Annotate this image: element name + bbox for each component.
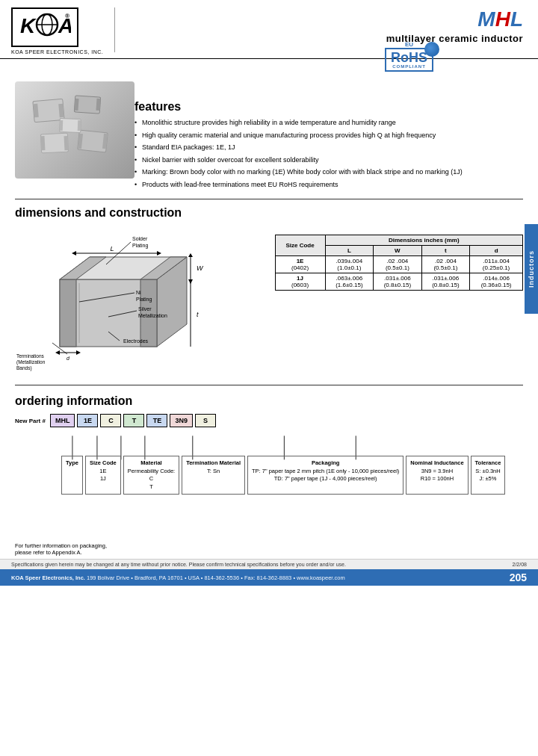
pn-box-material: C <box>100 414 121 427</box>
ordering-title: ordering information <box>15 394 523 408</box>
desc-inductance: Nominal Inductance3N9 = 3.9nHR10 = 100nH <box>406 456 468 495</box>
dimensions-table: Size Code Dimensions inches (mm) L W t d… <box>275 235 524 291</box>
diagram-area: L W t d Solder <box>15 227 264 378</box>
page-footer: KOA Speer Electronics, Inc. 199 Bolivar … <box>0 569 538 586</box>
mhl-logo: M H L <box>477 7 523 31</box>
svg-marker-33 <box>157 251 161 255</box>
features-section: features Monolithic structure provides h… <box>134 63 523 192</box>
logo-box: K A ® <box>11 7 78 47</box>
pn-box-tolerance: S <box>195 414 216 427</box>
svg-marker-32 <box>72 251 76 255</box>
footer-note: For further information on packaging,ple… <box>0 536 538 559</box>
svg-text:Silver: Silver <box>138 306 152 312</box>
descriptors-row: Type Size Code1E1J MaterialPermeability … <box>61 456 505 495</box>
dimensions-section: dimensions and construction <box>0 202 538 382</box>
table-row: 1J(0603) .063±.006(1.6±0.15) .031±.006(0… <box>275 273 523 291</box>
table-header-dims: Dimensions inches (mm) <box>325 235 522 246</box>
svg-marker-42 <box>55 350 60 355</box>
footer-note-text: For further information on packaging,ple… <box>15 542 523 556</box>
svg-rect-14 <box>64 136 68 150</box>
svg-text:W: W <box>197 264 204 272</box>
pn-box-size: 1E <box>77 414 98 427</box>
table-cell-t: .02 .004(0.5±0.1) <box>421 256 470 273</box>
list-item: Marking: Brown body color with no markin… <box>134 167 516 178</box>
pn-box-packaging: TE <box>146 414 167 427</box>
svg-marker-43 <box>76 350 81 355</box>
divider-2 <box>15 385 523 385</box>
product-image <box>15 81 134 179</box>
rohs-badge: EU RoHS COMPLIANT <box>385 41 433 72</box>
desc-material: MaterialPermeability Code:CT <box>123 456 179 495</box>
svg-rect-20 <box>78 120 81 131</box>
list-item: Standard EIA packages: 1E, 1J <box>134 143 516 153</box>
koa-logo: K A ® <box>19 12 71 43</box>
spec-bar: Specifications given herein may be chang… <box>0 559 538 569</box>
part-number-row: New Part # MHL 1E C T TE 3N9 S <box>15 414 523 427</box>
svg-marker-36 <box>188 253 193 257</box>
footer-address: 199 Bolivar Drive • Bradford, PA 16701 •… <box>87 574 345 581</box>
table-cell-L: .063±.006(1.6±0.15) <box>325 273 374 291</box>
new-part-label: New Part # <box>15 418 46 424</box>
svg-text:Electrodes: Electrodes <box>123 338 149 344</box>
dimensions-diagram: L W t d Solder <box>15 227 239 377</box>
desc-size-code: Size Code1E1J <box>85 456 121 495</box>
table-header-t: t <box>421 246 470 256</box>
company-name: KOA SPEER ELECTRONICS, INC. <box>11 49 103 55</box>
header: K A ® KOA SPEER ELECTRONICS, INC. M H L … <box>0 0 538 59</box>
table-cell-d: .011±.004(0.25±0.1) <box>470 256 523 273</box>
rohs-main: RoHS <box>391 51 427 64</box>
svg-rect-13 <box>40 136 45 150</box>
table-row: 1E(0402) .039±.004(1.0±0.1) .02 .004(0.5… <box>275 256 523 273</box>
desc-termination: Termination MaterialT: Sn <box>182 456 245 495</box>
ordering-section: ordering information New Part # MHL 1E C… <box>0 388 538 536</box>
side-tab: Inductors <box>525 224 538 314</box>
features-list: Monolithic structure provides high relia… <box>134 118 516 190</box>
pn-box-mhl: MHL <box>50 414 75 427</box>
svg-text:A: A <box>58 14 71 37</box>
svg-text:Plating: Plating <box>136 297 152 303</box>
desc-packaging: PackagingTP: 7" paper tape 2 mm pitch (1… <box>247 456 404 495</box>
svg-text:(Metallization: (Metallization <box>16 359 46 365</box>
svg-text:Metallization: Metallization <box>138 313 167 318</box>
header-right: M H L multilayer ceramic inductor <box>386 7 523 44</box>
pn-box-termination: T <box>123 414 144 427</box>
list-item: Products with lead-free terminations mee… <box>134 180 516 190</box>
desc-tolerance: ToleranceS: ±0.3nHJ: ±5% <box>471 456 506 495</box>
svg-text:Bands): Bands) <box>16 365 32 371</box>
svg-text:L: L <box>110 245 114 252</box>
svg-rect-24 <box>60 279 76 347</box>
dimensions-table-area: Size Code Dimensions inches (mm) L W t d… <box>275 227 524 291</box>
table-cell-W: .02 .004(0.5±0.1) <box>374 256 422 273</box>
rohs-eu: EU <box>405 41 413 48</box>
table-cell-code: 1J(0603) <box>275 273 325 291</box>
footer-company: KOA Speer Electronics, Inc. 199 Bolivar … <box>11 574 345 581</box>
svg-text:Terminations: Terminations <box>16 353 45 359</box>
list-item: Nickel barrier with solder overcoat for … <box>134 155 516 166</box>
table-cell-L: .039±.004(1.0±0.1) <box>325 256 374 273</box>
table-header-code: Size Code <box>275 235 325 256</box>
dimensions-title: dimensions and construction <box>15 206 523 220</box>
features-title: features <box>134 100 516 114</box>
table-header-d: d <box>470 246 523 256</box>
list-item: Monolithic structure provides high relia… <box>134 118 516 128</box>
table-header-W: W <box>374 246 422 256</box>
table-cell-W: .031±.006(0.8±0.15) <box>374 273 422 291</box>
spec-note: Specifications given herein may be chang… <box>11 562 346 567</box>
rohs-globe <box>424 42 439 57</box>
main-content: features Monolithic structure provides h… <box>0 59 538 196</box>
page-number: 205 <box>510 571 527 583</box>
svg-text:Ni: Ni <box>136 290 141 295</box>
descriptor-area: Type Size Code1E1J MaterialPermeability … <box>61 433 523 530</box>
svg-text:Solder: Solder <box>132 236 148 241</box>
side-tab-label: Inductors <box>528 250 535 288</box>
logo-area: K A ® KOA SPEER ELECTRONICS, INC. <box>11 7 103 55</box>
list-item: High quality ceramic material and unique… <box>134 131 516 141</box>
table-cell-d: .014±.006(0.36±0.15) <box>470 273 523 291</box>
table-cell-code: 1E(0402) <box>275 256 325 273</box>
rohs-box: RoHS COMPLIANT <box>385 48 433 72</box>
svg-text:t: t <box>197 311 199 318</box>
svg-text:Plating: Plating <box>132 243 149 249</box>
divider <box>15 199 523 199</box>
svg-text:K: K <box>20 14 37 37</box>
pn-box-inductance: 3N9 <box>170 414 193 427</box>
